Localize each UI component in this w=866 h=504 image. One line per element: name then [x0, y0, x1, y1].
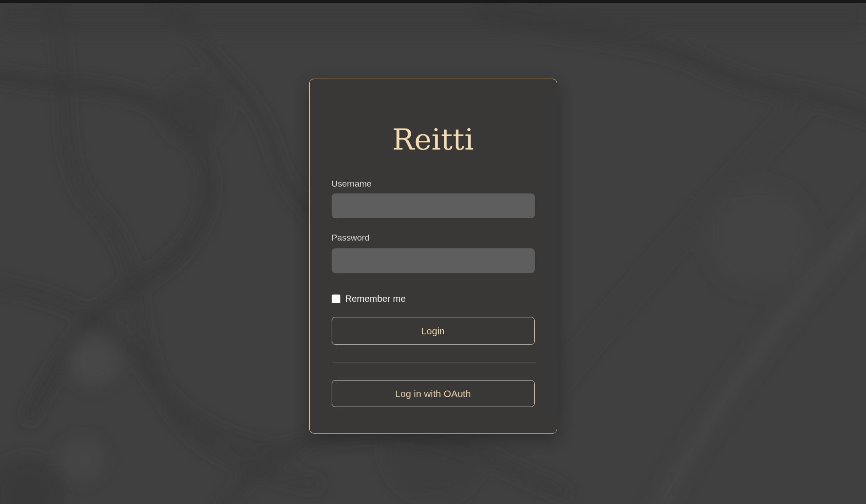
login-card: Reitti Username Password Remember me Log… — [309, 79, 557, 434]
page: Reitti Username Password Remember me Log… — [0, 0, 866, 504]
app-title: Reitti — [332, 125, 535, 154]
remember-me-row: Remember me — [332, 294, 535, 304]
username-label: Username — [332, 179, 535, 189]
oauth-login-button[interactable]: Log in with OAuth — [332, 380, 535, 407]
divider — [332, 363, 535, 363]
username-input[interactable] — [332, 193, 535, 218]
login-button[interactable]: Login — [332, 317, 535, 345]
top-edge-bar — [0, 0, 866, 3]
remember-me-label[interactable]: Remember me — [345, 294, 406, 304]
password-input[interactable] — [332, 248, 535, 273]
password-label: Password — [332, 233, 535, 243]
remember-me-checkbox[interactable] — [332, 295, 340, 303]
